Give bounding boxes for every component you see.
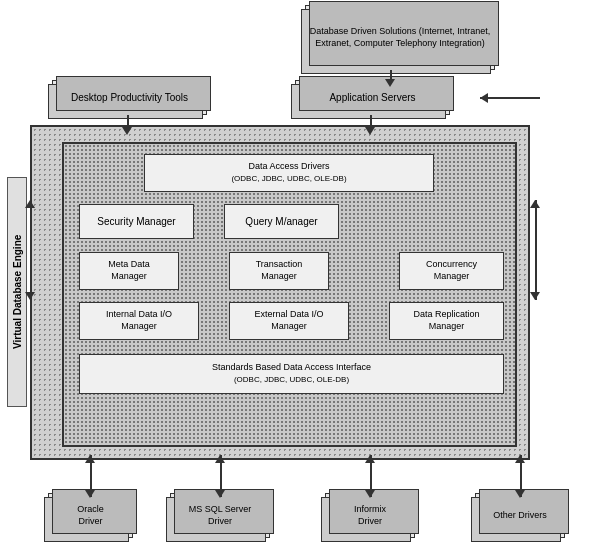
db-driven-box: Database Driven Solutions (Internet, Int… xyxy=(305,5,495,70)
desktop-label: Desktop Productivity Tools xyxy=(71,91,188,104)
query-label: Query M/anager xyxy=(245,215,317,228)
ms-sql-label: MS SQL ServerDriver xyxy=(189,504,252,527)
desktop-box: Desktop Productivity Tools xyxy=(52,80,207,115)
ms-sql-box: MS SQL ServerDriver xyxy=(170,493,270,538)
data-access-label: Data Access Drivers(ODBC, JDBC, UDBC, OL… xyxy=(231,161,346,184)
data-replication-box: Data ReplicationManager xyxy=(389,302,504,340)
virtual-db-engine-label: Virtual Database Engine xyxy=(7,177,27,407)
external-data-box: External Data I/OManager xyxy=(229,302,349,340)
db-driven-label: Database Driven Solutions (Internet, Int… xyxy=(306,24,494,51)
internal-label: Internal Data I/OManager xyxy=(106,309,172,332)
data-access-drivers-box: Data Access Drivers(ODBC, JDBC, UDBC, OL… xyxy=(144,154,434,192)
outer-container: Virtual Database Engine Data Access Driv… xyxy=(30,125,530,460)
standards-label: Standards Based Data Access Interface(OD… xyxy=(212,362,371,385)
other-drivers-box: Other Drivers xyxy=(475,493,565,538)
transaction-box: TransactionManager xyxy=(229,252,329,290)
informix-box: InformixDriver xyxy=(325,493,415,538)
oracle-label: OracleDriver xyxy=(77,504,104,527)
other-drivers-label: Other Drivers xyxy=(493,510,547,522)
concurrency-box: ConcurrencyManager xyxy=(399,252,504,290)
concurrency-label: ConcurrencyManager xyxy=(426,259,477,282)
informix-label: InformixDriver xyxy=(354,504,386,527)
meta-label: Meta DataManager xyxy=(108,259,150,282)
oracle-box: OracleDriver xyxy=(48,493,133,538)
standards-based-box: Standards Based Data Access Interface(OD… xyxy=(79,354,504,394)
external-label: External Data I/OManager xyxy=(254,309,323,332)
app-servers-label: Application Servers xyxy=(329,91,415,104)
inner-container: Data Access Drivers(ODBC, JDBC, UDBC, OL… xyxy=(62,142,517,447)
security-manager-box: Security Manager xyxy=(79,204,194,239)
replication-label: Data ReplicationManager xyxy=(413,309,479,332)
transaction-label: TransactionManager xyxy=(256,259,303,282)
internal-data-box: Internal Data I/OManager xyxy=(79,302,199,340)
query-manager-box: Query M/anager xyxy=(224,204,339,239)
security-label: Security Manager xyxy=(97,215,175,228)
meta-data-box: Meta DataManager xyxy=(79,252,179,290)
app-servers-box: Application Servers xyxy=(295,80,450,115)
